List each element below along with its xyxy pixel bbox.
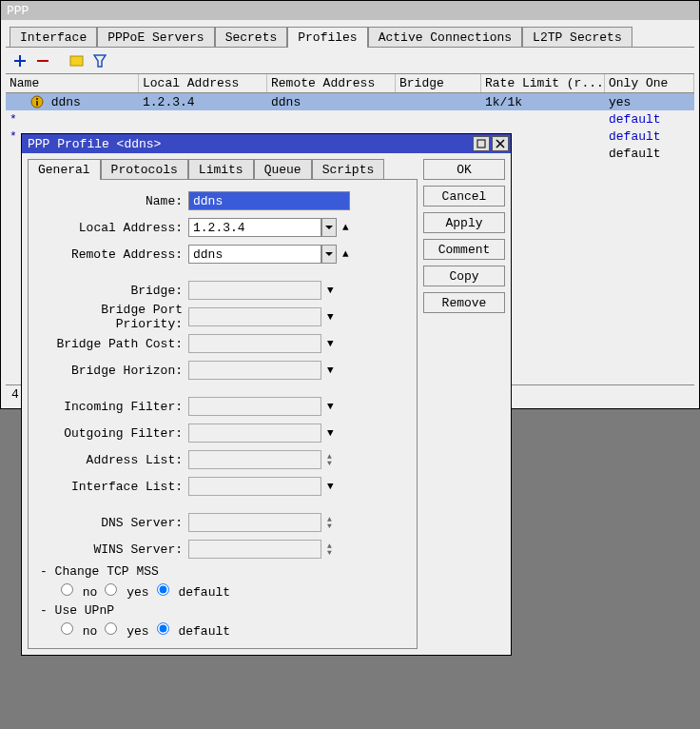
outgoing-filter-expand[interactable]: [327, 427, 334, 439]
outgoing-filter-field: [188, 424, 321, 443]
tab-general[interactable]: General: [28, 159, 101, 180]
unpin-button[interactable]: [473, 136, 490, 151]
close-icon: [496, 139, 505, 148]
row-only: default: [605, 129, 694, 144]
tab-interface[interactable]: Interface: [10, 27, 97, 47]
list-header: Name Local Address Remote Address Bridge…: [6, 74, 694, 93]
col-rate[interactable]: Rate Limit (r...: [481, 74, 605, 92]
label-bpc: Bridge Path Cost:: [36, 337, 188, 351]
label-wins: WINS Server:: [36, 542, 188, 557]
tab-active-connections[interactable]: Active Connections: [368, 27, 522, 47]
tab-secrets[interactable]: Secrets: [215, 27, 288, 47]
mss-radio-group: no yes default: [36, 581, 409, 601]
name-field[interactable]: [188, 191, 350, 210]
label-local: Local Address:: [36, 221, 188, 235]
tab-limits[interactable]: Limits: [188, 159, 254, 179]
dialog-buttons: OK Cancel Apply Comment Copy Remove: [418, 159, 505, 649]
dialog-tabbar: General Protocols Limits Queue Scripts: [28, 159, 418, 180]
remove-button[interactable]: Remove: [423, 292, 505, 313]
remove-button[interactable]: [32, 50, 53, 71]
tab-queue[interactable]: Queue: [254, 159, 312, 179]
chevron-down-icon: [325, 224, 333, 231]
bridge-port-priority-field: [188, 307, 321, 326]
row-only: default: [605, 147, 694, 161]
tab-scripts[interactable]: Scripts: [312, 159, 385, 179]
upnp-radio-group: no yes default: [36, 620, 409, 640]
col-name[interactable]: Name: [6, 74, 139, 92]
ppp-profile-dialog: PPP Profile <ddns> General Protocols Lim…: [21, 133, 512, 656]
local-address-dropdown[interactable]: [321, 218, 337, 237]
remote-address-field[interactable]: [188, 245, 321, 264]
remote-address-dropdown[interactable]: [321, 245, 337, 264]
tab-l2tp-secrets[interactable]: L2TP Secrets: [522, 27, 632, 47]
label-interface-list: Interface List:: [36, 480, 188, 494]
row-only: yes: [605, 95, 694, 109]
bpc-expand[interactable]: [327, 338, 334, 349]
list-row[interactable]: * default: [6, 110, 694, 128]
remote-address-collapse[interactable]: [342, 248, 349, 260]
row-name: ddns: [51, 95, 81, 109]
col-only[interactable]: Only One: [605, 74, 694, 92]
dialog-title-text: PPP Profile <ddns>: [28, 137, 161, 151]
mss-no-radio[interactable]: no: [57, 583, 97, 600]
group-upnp: - Use UPnP: [36, 601, 409, 620]
incoming-filter-expand[interactable]: [327, 401, 334, 412]
note-icon: [69, 54, 85, 68]
local-address-collapse[interactable]: [342, 222, 349, 233]
label-bh: Bridge Horizon:: [36, 364, 188, 378]
address-list-stepper[interactable]: ▲▼: [327, 453, 332, 466]
general-panel: Name: Local Address: Remote Address:: [28, 180, 418, 649]
cancel-button[interactable]: Cancel: [423, 186, 505, 207]
upnp-yes-radio[interactable]: yes: [101, 622, 148, 639]
row-rate: 1k/1k: [481, 95, 605, 109]
upnp-default-radio[interactable]: default: [153, 622, 230, 639]
wins-server-field: [188, 540, 321, 559]
apply-button[interactable]: Apply: [423, 212, 505, 233]
bh-expand[interactable]: [327, 364, 334, 376]
label-address-list: Address List:: [36, 453, 188, 467]
tab-profiles[interactable]: Profiles: [287, 27, 367, 48]
filter-button[interactable]: [89, 50, 110, 71]
dialog-titlebar[interactable]: PPP Profile <ddns>: [22, 134, 511, 153]
svg-rect-0: [70, 56, 83, 66]
dns-server-field: [188, 513, 321, 532]
ok-button[interactable]: OK: [423, 159, 505, 180]
address-list-field: [188, 450, 321, 469]
dns-stepper[interactable]: ▲▼: [327, 516, 332, 529]
close-button[interactable]: [492, 136, 509, 151]
label-dns: DNS Server:: [36, 516, 188, 530]
label-bpp: Bridge Port Priority:: [36, 303, 188, 331]
list-row[interactable]: ddns 1.2.3.4 ddns 1k/1k yes: [6, 93, 694, 110]
copy-button[interactable]: Copy: [423, 266, 505, 286]
incoming-filter-field: [188, 397, 321, 416]
row-local: 1.2.3.4: [139, 95, 267, 109]
row-only: default: [605, 112, 694, 127]
tab-pppoe-servers[interactable]: PPPoE Servers: [97, 27, 214, 47]
plus-icon: [13, 54, 27, 68]
bridge-expand[interactable]: [327, 285, 334, 296]
dynamic-star-icon: *: [10, 112, 23, 127]
wins-stepper[interactable]: ▲▼: [327, 542, 332, 556]
group-change-mss: - Change TCP MSS: [36, 562, 409, 581]
toolbar: [6, 48, 694, 74]
main-titlebar[interactable]: PPP: [1, 1, 699, 20]
label-name: Name:: [36, 194, 188, 208]
mss-yes-radio[interactable]: yes: [101, 583, 148, 600]
interface-list-expand[interactable]: [327, 481, 334, 492]
col-local[interactable]: Local Address: [139, 74, 267, 92]
comment-button[interactable]: [67, 50, 88, 71]
tab-protocols[interactable]: Protocols: [101, 159, 188, 179]
col-remote[interactable]: Remote Address: [267, 74, 396, 92]
svg-rect-3: [36, 101, 38, 106]
label-remote: Remote Address:: [36, 247, 188, 262]
comment-button[interactable]: Comment: [423, 239, 505, 260]
bpp-expand[interactable]: [327, 311, 334, 323]
col-bridge[interactable]: Bridge: [396, 74, 481, 92]
local-address-field[interactable]: [188, 218, 321, 237]
label-bridge: Bridge:: [36, 284, 188, 298]
add-button[interactable]: [10, 50, 30, 71]
bridge-horizon-field: [188, 361, 321, 380]
upnp-no-radio[interactable]: no: [57, 622, 97, 639]
minus-icon: [36, 54, 49, 68]
mss-default-radio[interactable]: default: [153, 583, 230, 600]
